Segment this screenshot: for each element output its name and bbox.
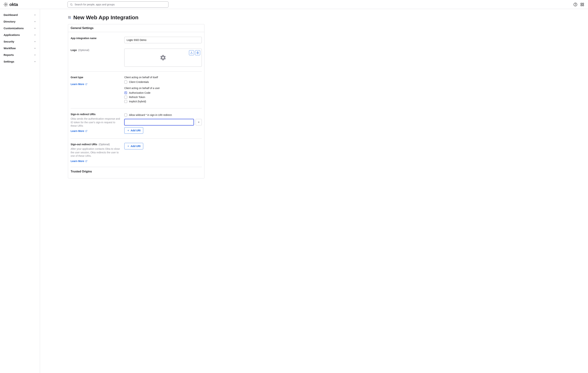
search-container: [68, 1, 168, 8]
logo-upload-area[interactable]: [124, 49, 202, 67]
external-link-icon: [85, 130, 87, 132]
sidebar-item-label: Dashboard: [4, 13, 18, 16]
search-icon: [70, 3, 73, 6]
svg-rect-13: [581, 3, 582, 4]
svg-rect-20: [68, 17, 69, 18]
grant-group1-label: Client acting on behalf of itself: [124, 76, 202, 79]
svg-rect-21: [69, 17, 70, 18]
add-signin-uri-button[interactable]: Add URI: [124, 127, 143, 134]
sidebar-item-label: Security: [4, 40, 14, 43]
signin-redirect-uri-input[interactable]: [124, 119, 194, 125]
checkbox-label: Implicit (hybrid): [129, 100, 146, 103]
sidebar-item-applications[interactable]: Applications: [0, 32, 40, 38]
apps-grid-button[interactable]: [580, 2, 584, 7]
upload-logo-button[interactable]: [189, 50, 194, 55]
svg-point-9: [70, 3, 72, 5]
checkbox-icon: [124, 91, 127, 94]
sidebar-item-settings[interactable]: Settings: [0, 58, 40, 65]
external-link-icon: [85, 160, 87, 162]
signin-redirect-learn-more-link[interactable]: Learn More: [71, 129, 87, 132]
sidebar-item-dashboard[interactable]: Dashboard: [0, 11, 40, 18]
signout-redirect-label: Sign-out redirect URIs (Optional): [71, 143, 124, 146]
search-box[interactable]: [68, 1, 168, 8]
external-link-icon: [85, 83, 87, 85]
sidebar-item-directory[interactable]: Directory: [0, 18, 40, 25]
logo-label: Logo (Optional): [71, 49, 124, 52]
sidebar-item-workflow[interactable]: Workflow: [0, 45, 40, 52]
grid-icon: [580, 2, 584, 7]
app-header: okta: [0, 0, 588, 9]
main-content: New Web App Integration General Settings…: [40, 9, 588, 373]
checkbox-allow-wildcard[interactable]: Allow wildcard * in sign-in URI redirect…: [124, 113, 202, 117]
svg-rect-17: [68, 16, 69, 17]
checkbox-authorization-code[interactable]: Authorization Code: [124, 91, 202, 95]
signout-redirect-learn-more-link[interactable]: Learn More: [71, 160, 87, 162]
sidebar-item-label: Reports: [4, 53, 14, 56]
help-button[interactable]: [573, 2, 578, 7]
chevron-down-icon: [34, 34, 36, 36]
checkbox-client-credentials[interactable]: Client Credentials: [124, 80, 202, 84]
checkbox-label: Client Credentials: [129, 81, 149, 84]
checkbox-icon: [124, 100, 127, 103]
chevron-down-icon: [34, 27, 36, 30]
search-input[interactable]: [74, 3, 166, 6]
chevron-down-icon: [34, 40, 36, 43]
checkbox-icon: [124, 96, 127, 99]
help-icon: [573, 2, 577, 7]
svg-point-0: [5, 4, 7, 5]
sidebar-item-label: Workflow: [4, 47, 16, 50]
sidebar-item-reports[interactable]: Reports: [0, 52, 40, 58]
sidebar-item-label: Settings: [4, 60, 14, 63]
remove-uri-button[interactable]: [196, 119, 202, 125]
svg-rect-22: [70, 17, 71, 18]
general-settings-heading: General Settings: [68, 24, 204, 32]
add-signout-uri-button[interactable]: Add URI: [124, 143, 143, 149]
trash-icon: [196, 52, 199, 54]
chevron-down-icon: [34, 20, 36, 23]
svg-rect-14: [583, 3, 584, 4]
chevron-down-icon: [34, 14, 36, 16]
svg-rect-16: [583, 5, 584, 6]
header-actions: [573, 2, 584, 7]
plus-icon: [127, 145, 129, 147]
checkbox-label: Refresh Token: [129, 96, 145, 99]
svg-line-27: [86, 130, 87, 131]
sidebar-item-label: Directory: [4, 20, 15, 23]
app-integration-icon: [68, 16, 72, 19]
checkbox-refresh-token[interactable]: Refresh Token: [124, 95, 202, 99]
svg-line-26: [86, 84, 87, 85]
chevron-down-icon: [34, 54, 36, 56]
sidebar-item-label: Applications: [4, 33, 20, 36]
svg-rect-24: [69, 18, 70, 19]
chevron-down-icon: [34, 47, 36, 50]
plus-icon: [127, 129, 129, 132]
delete-logo-button[interactable]: [195, 50, 200, 55]
trusted-origins-heading: Trusted Origins: [71, 167, 202, 173]
svg-line-10: [72, 5, 73, 6]
sidebar-nav: Dashboard Directory Customizations Appli…: [0, 9, 40, 373]
checkbox-implicit-hybrid[interactable]: Implicit (hybrid): [124, 99, 202, 104]
checkbox-label: Authorization Code: [129, 91, 150, 94]
svg-rect-18: [69, 16, 70, 17]
svg-rect-19: [70, 16, 71, 17]
checkbox-icon: [124, 81, 127, 84]
sidebar-item-security[interactable]: Security: [0, 38, 40, 45]
okta-sun-icon: [4, 2, 8, 7]
checkbox-icon: [124, 114, 127, 117]
page-title: New Web App Integration: [73, 14, 138, 21]
upload-icon: [190, 52, 193, 54]
app-integration-name-input[interactable]: [124, 37, 202, 43]
grant-type-learn-more-link[interactable]: Learn More: [71, 83, 87, 85]
app-name-label: App integration name: [71, 37, 124, 40]
svg-line-32: [86, 160, 87, 161]
sidebar-item-customizations[interactable]: Customizations: [0, 25, 40, 32]
gear-placeholder-icon: [160, 54, 166, 61]
svg-rect-15: [581, 5, 582, 6]
close-icon: [198, 121, 200, 123]
chevron-down-icon: [34, 60, 36, 63]
brand-logo[interactable]: okta: [4, 2, 40, 7]
sidebar-item-label: Customizations: [4, 27, 24, 30]
brand-logo-text: okta: [9, 2, 18, 7]
settings-card: General Settings App integration name Lo…: [68, 24, 204, 178]
signout-redirect-help: After your application contacts Okta to …: [71, 147, 124, 158]
